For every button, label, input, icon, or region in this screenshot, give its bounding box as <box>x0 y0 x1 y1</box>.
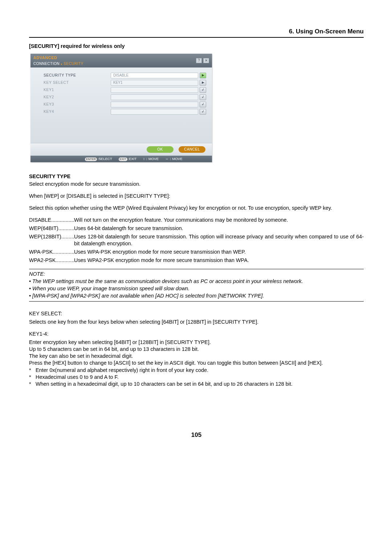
foot-exit: :EXIT <box>128 157 137 161</box>
field-key4[interactable] <box>111 109 198 115</box>
def-term: WPA2-PSK............. <box>29 257 73 264</box>
p-security-type: Select encryption mode for secure transm… <box>29 181 364 188</box>
label-key2: KEY2 <box>44 95 111 100</box>
breadcrumb-b: SECURITY <box>64 62 83 66</box>
p-when-wep: When [WEP] or [DISABLE] is selected in [… <box>29 193 364 200</box>
foot-move-horiz: ↔：MOVE <box>165 157 182 161</box>
cancel-button[interactable]: CANCEL <box>179 146 205 153</box>
note-heading: NOTE: <box>29 271 364 278</box>
help-icon[interactable]: ? <box>196 58 202 63</box>
label-key-select: KEY SELECT <box>44 80 111 85</box>
field-security-type[interactable]: DISABLE <box>111 73 198 78</box>
section-title: [SECURITY] required for wireless only <box>29 43 364 50</box>
heading-key-select: KEY SELECT: <box>29 310 364 317</box>
osd-footer: ENTER:SELECT EXIT:EXIT ↕：MOVE ↔：MOVE <box>30 156 212 163</box>
foot-select: :SELECT <box>98 157 112 161</box>
key-exit: EXIT <box>119 157 127 161</box>
ok-button[interactable]: OK <box>147 146 173 153</box>
def-desc: Uses 128-bit datalength for secure trans… <box>73 233 364 247</box>
enter-icon[interactable]: ↲ <box>200 102 206 107</box>
def-desc: Uses WPA2-PSK encryption mode for more s… <box>73 257 364 264</box>
def-desc: Will not turn on the encryption feature.… <box>73 217 364 224</box>
key14-line: Enter encryption key when selecting [64B… <box>29 339 364 346</box>
chapter-header: 6. Using On-Screen Menu <box>29 28 364 38</box>
def-desc: Uses 64-bit datalength for secure transm… <box>73 225 364 232</box>
star-item: Hexadecimal uses 0 to 9 and A to F. <box>29 374 364 381</box>
breadcrumb-a: CONNECTION <box>33 62 60 66</box>
note-item: The WEP settings must be the same as com… <box>29 278 364 285</box>
def-term: WEP(128BIT)......... <box>29 233 73 247</box>
foot-move-vert: ↕：MOVE <box>143 157 159 161</box>
field-key-select[interactable]: KEY1 <box>111 80 198 86</box>
arrow-right-icon[interactable]: ▶ <box>200 80 206 86</box>
enter-icon[interactable]: ↲ <box>200 87 206 93</box>
close-icon[interactable]: ✕ <box>203 58 209 63</box>
arrow-right-icon[interactable]: ▶ <box>200 73 206 78</box>
label-key4: KEY4 <box>44 109 111 114</box>
def-desc: Uses WPA-PSK encryption mode for more se… <box>73 249 364 255</box>
star-item: When setting in a hexadecimal digit, up … <box>29 381 364 388</box>
field-key3[interactable] <box>111 102 198 107</box>
definition-list: DISABLE................ Will not turn on… <box>29 217 364 264</box>
osd-body: SECURITY TYPE DISABLE ▶ KEY SELECT KEY1 … <box>30 67 212 143</box>
enter-icon[interactable]: ↲ <box>200 109 206 115</box>
label-security-type: SECURITY TYPE <box>44 73 111 78</box>
heading-security-type: SECURITY TYPE <box>29 173 364 180</box>
star-list: Enter 0x(numeral and alphabet respective… <box>29 367 364 388</box>
label-key1: KEY1 <box>44 87 111 93</box>
key14-line: Press the [HEX] button to change to [ASC… <box>29 360 364 366</box>
p-key-select: Selects one key from the four keys below… <box>29 319 364 325</box>
osd-title: ADVANCED <box>33 55 57 61</box>
field-key2[interactable] <box>111 94 198 100</box>
field-key1[interactable] <box>111 87 198 93</box>
enter-icon[interactable]: ↲ <box>200 94 206 100</box>
osd-button-bar: OK CANCEL <box>30 143 212 156</box>
key14-line: The key can also be set in hexadecimal d… <box>29 353 364 360</box>
page-number: 105 <box>29 431 364 439</box>
key-enter: ENTER <box>85 157 97 161</box>
note-item: [WPA-PSK] and [WPA2-PSK] are not availab… <box>29 292 364 299</box>
star-item: Enter 0x(numeral and alphabet respective… <box>29 367 364 374</box>
p-select-opt: Select this option whether using the WEP… <box>29 205 364 212</box>
key14-line: Up to 5 characters can be set in 64 bit,… <box>29 346 364 353</box>
def-term: DISABLE................ <box>29 217 73 224</box>
osd-header: ADVANCED CONNECTION ▸ SECURITY ? ✕ <box>30 54 212 67</box>
note-item: When you use WEP, your image transmissio… <box>29 285 364 292</box>
label-key3: KEY3 <box>44 102 111 107</box>
chevron-right-icon: ▸ <box>61 62 63 66</box>
heading-key14: KEY1-4: <box>29 331 364 337</box>
osd-screenshot: ADVANCED CONNECTION ▸ SECURITY ? ✕ SECUR… <box>30 54 212 163</box>
key14-lines: Enter encryption key when selecting [64B… <box>29 339 364 366</box>
def-term: WPA-PSK............... <box>29 249 73 255</box>
note-box: NOTE: The WEP settings must be the same … <box>29 269 364 302</box>
osd-breadcrumb: CONNECTION ▸ SECURITY <box>33 62 83 66</box>
def-term: WEP(64BIT)........... <box>29 225 73 232</box>
